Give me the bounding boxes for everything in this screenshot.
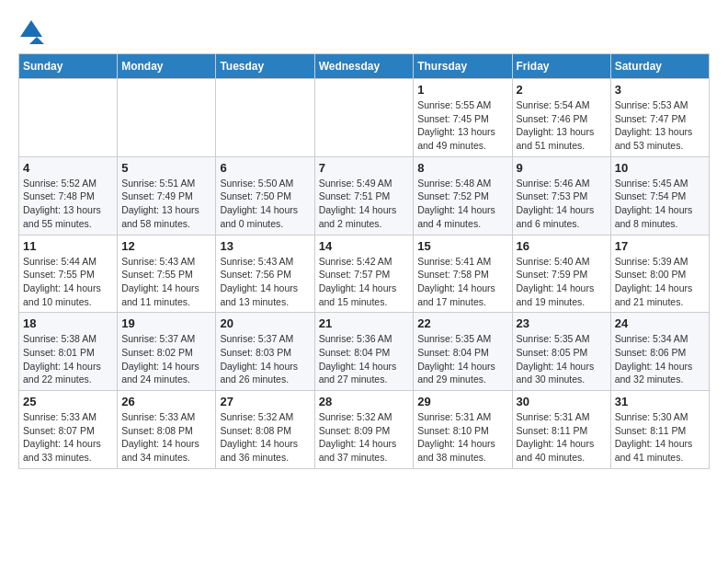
calendar-cell: 20Sunrise: 5:37 AM Sunset: 8:03 PM Dayli… — [216, 313, 314, 391]
day-info: Sunrise: 5:31 AM Sunset: 8:11 PM Dayligh… — [517, 410, 607, 465]
calendar-header-row: SundayMondayTuesdayWednesdayThursdayFrid… — [19, 54, 710, 79]
calendar-cell: 27Sunrise: 5:32 AM Sunset: 8:08 PM Dayli… — [216, 391, 314, 469]
day-of-week-header: Saturday — [610, 54, 709, 79]
calendar-cell — [314, 79, 414, 157]
calendar-cell: 3Sunrise: 5:53 AM Sunset: 7:47 PM Daylig… — [610, 79, 709, 157]
day-info: Sunrise: 5:31 AM Sunset: 8:10 PM Dayligh… — [417, 410, 507, 465]
day-number: 27 — [220, 395, 310, 408]
calendar-cell: 30Sunrise: 5:31 AM Sunset: 8:11 PM Dayli… — [512, 391, 610, 469]
calendar-cell: 23Sunrise: 5:35 AM Sunset: 8:05 PM Dayli… — [512, 313, 610, 391]
calendar-week-row: 4Sunrise: 5:52 AM Sunset: 7:48 PM Daylig… — [19, 156, 710, 235]
day-of-week-header: Monday — [118, 54, 216, 79]
day-info: Sunrise: 5:34 AM Sunset: 8:06 PM Dayligh… — [615, 332, 705, 386]
day-number: 9 — [517, 161, 607, 175]
calendar-cell: 4Sunrise: 5:52 AM Sunset: 7:48 PM Daylig… — [19, 156, 118, 235]
day-number: 14 — [319, 239, 410, 253]
calendar-cell: 21Sunrise: 5:36 AM Sunset: 8:04 PM Dayli… — [314, 313, 414, 391]
svg-marker-0 — [20, 20, 42, 37]
calendar-cell: 24Sunrise: 5:34 AM Sunset: 8:06 PM Dayli… — [610, 313, 709, 391]
day-info: Sunrise: 5:37 AM Sunset: 8:03 PM Dayligh… — [220, 332, 310, 386]
day-number: 5 — [121, 161, 211, 175]
calendar-cell: 29Sunrise: 5:31 AM Sunset: 8:10 PM Dayli… — [414, 391, 512, 469]
day-number: 26 — [121, 395, 211, 408]
calendar-cell: 5Sunrise: 5:51 AM Sunset: 7:49 PM Daylig… — [118, 156, 216, 235]
day-info: Sunrise: 5:33 AM Sunset: 8:07 PM Dayligh… — [23, 410, 113, 465]
calendar-cell: 10Sunrise: 5:45 AM Sunset: 7:54 PM Dayli… — [610, 156, 709, 235]
day-info: Sunrise: 5:40 AM Sunset: 7:59 PM Dayligh… — [517, 255, 607, 309]
calendar-cell — [216, 79, 314, 157]
day-number: 20 — [220, 316, 310, 330]
calendar-cell: 26Sunrise: 5:33 AM Sunset: 8:08 PM Dayli… — [118, 391, 216, 469]
day-number: 10 — [615, 161, 705, 175]
calendar-cell: 9Sunrise: 5:46 AM Sunset: 7:53 PM Daylig… — [512, 156, 610, 235]
calendar-cell: 11Sunrise: 5:44 AM Sunset: 7:55 PM Dayli… — [19, 235, 118, 313]
calendar-cell — [19, 79, 118, 157]
day-number: 16 — [517, 239, 607, 253]
calendar-cell: 18Sunrise: 5:38 AM Sunset: 8:01 PM Dayli… — [19, 313, 118, 391]
day-info: Sunrise: 5:39 AM Sunset: 8:00 PM Dayligh… — [615, 255, 705, 309]
day-number: 3 — [615, 83, 705, 97]
day-number: 23 — [517, 316, 607, 330]
day-info: Sunrise: 5:53 AM Sunset: 7:47 PM Dayligh… — [615, 98, 705, 153]
calendar-cell: 16Sunrise: 5:40 AM Sunset: 7:59 PM Dayli… — [512, 235, 610, 313]
day-of-week-header: Tuesday — [216, 54, 314, 79]
day-info: Sunrise: 5:51 AM Sunset: 7:49 PM Dayligh… — [121, 177, 211, 231]
day-info: Sunrise: 5:38 AM Sunset: 8:01 PM Dayligh… — [23, 332, 113, 386]
day-of-week-header: Friday — [512, 54, 610, 79]
day-number: 31 — [615, 395, 705, 408]
calendar-table: SundayMondayTuesdayWednesdayThursdayFrid… — [18, 53, 710, 469]
logo-icon — [18, 18, 44, 44]
day-info: Sunrise: 5:48 AM Sunset: 7:52 PM Dayligh… — [417, 177, 507, 231]
day-of-week-header: Thursday — [414, 54, 512, 79]
calendar-week-row: 25Sunrise: 5:33 AM Sunset: 8:07 PM Dayli… — [19, 391, 710, 469]
day-number: 22 — [417, 316, 507, 330]
calendar-week-row: 11Sunrise: 5:44 AM Sunset: 7:55 PM Dayli… — [19, 235, 710, 313]
logo — [18, 18, 48, 44]
calendar-cell: 12Sunrise: 5:43 AM Sunset: 7:55 PM Dayli… — [118, 235, 216, 313]
day-info: Sunrise: 5:36 AM Sunset: 8:04 PM Dayligh… — [319, 332, 410, 386]
day-info: Sunrise: 5:35 AM Sunset: 8:05 PM Dayligh… — [517, 332, 607, 386]
day-number: 15 — [417, 239, 507, 253]
day-number: 18 — [23, 316, 113, 330]
day-number: 13 — [220, 239, 310, 253]
calendar-cell: 17Sunrise: 5:39 AM Sunset: 8:00 PM Dayli… — [610, 235, 709, 313]
day-info: Sunrise: 5:43 AM Sunset: 7:55 PM Dayligh… — [121, 255, 211, 309]
day-info: Sunrise: 5:54 AM Sunset: 7:46 PM Dayligh… — [517, 98, 607, 153]
svg-marker-1 — [29, 37, 44, 44]
day-info: Sunrise: 5:43 AM Sunset: 7:56 PM Dayligh… — [220, 255, 310, 309]
calendar-week-row: 1Sunrise: 5:55 AM Sunset: 7:45 PM Daylig… — [19, 79, 710, 157]
calendar-cell: 31Sunrise: 5:30 AM Sunset: 8:11 PM Dayli… — [610, 391, 709, 469]
day-number: 25 — [23, 395, 113, 408]
day-number: 2 — [517, 83, 607, 97]
day-number: 7 — [319, 161, 410, 175]
calendar-cell — [118, 79, 216, 157]
day-info: Sunrise: 5:50 AM Sunset: 7:50 PM Dayligh… — [220, 177, 310, 231]
day-number: 1 — [417, 83, 507, 97]
day-info: Sunrise: 5:42 AM Sunset: 7:57 PM Dayligh… — [319, 255, 410, 309]
day-info: Sunrise: 5:45 AM Sunset: 7:54 PM Dayligh… — [615, 177, 705, 231]
day-info: Sunrise: 5:32 AM Sunset: 8:09 PM Dayligh… — [319, 410, 410, 465]
day-of-week-header: Sunday — [19, 54, 118, 79]
day-number: 4 — [23, 161, 113, 175]
calendar-cell: 15Sunrise: 5:41 AM Sunset: 7:58 PM Dayli… — [414, 235, 512, 313]
calendar-cell: 7Sunrise: 5:49 AM Sunset: 7:51 PM Daylig… — [314, 156, 414, 235]
day-info: Sunrise: 5:49 AM Sunset: 7:51 PM Dayligh… — [319, 177, 410, 231]
calendar-cell: 25Sunrise: 5:33 AM Sunset: 8:07 PM Dayli… — [19, 391, 118, 469]
day-info: Sunrise: 5:52 AM Sunset: 7:48 PM Dayligh… — [23, 177, 113, 231]
day-number: 28 — [319, 395, 410, 408]
calendar-week-row: 18Sunrise: 5:38 AM Sunset: 8:01 PM Dayli… — [19, 313, 710, 391]
calendar-cell: 6Sunrise: 5:50 AM Sunset: 7:50 PM Daylig… — [216, 156, 314, 235]
day-number: 11 — [23, 239, 113, 253]
day-number: 17 — [615, 239, 705, 253]
calendar-cell: 19Sunrise: 5:37 AM Sunset: 8:02 PM Dayli… — [118, 313, 216, 391]
calendar-cell: 2Sunrise: 5:54 AM Sunset: 7:46 PM Daylig… — [512, 79, 610, 157]
day-info: Sunrise: 5:37 AM Sunset: 8:02 PM Dayligh… — [121, 332, 211, 386]
day-info: Sunrise: 5:33 AM Sunset: 8:08 PM Dayligh… — [121, 410, 211, 465]
day-number: 30 — [517, 395, 607, 408]
day-info: Sunrise: 5:46 AM Sunset: 7:53 PM Dayligh… — [517, 177, 607, 231]
calendar-cell: 14Sunrise: 5:42 AM Sunset: 7:57 PM Dayli… — [314, 235, 414, 313]
day-of-week-header: Wednesday — [314, 54, 414, 79]
day-number: 12 — [121, 239, 211, 253]
day-info: Sunrise: 5:55 AM Sunset: 7:45 PM Dayligh… — [417, 98, 507, 153]
day-number: 8 — [417, 161, 507, 175]
